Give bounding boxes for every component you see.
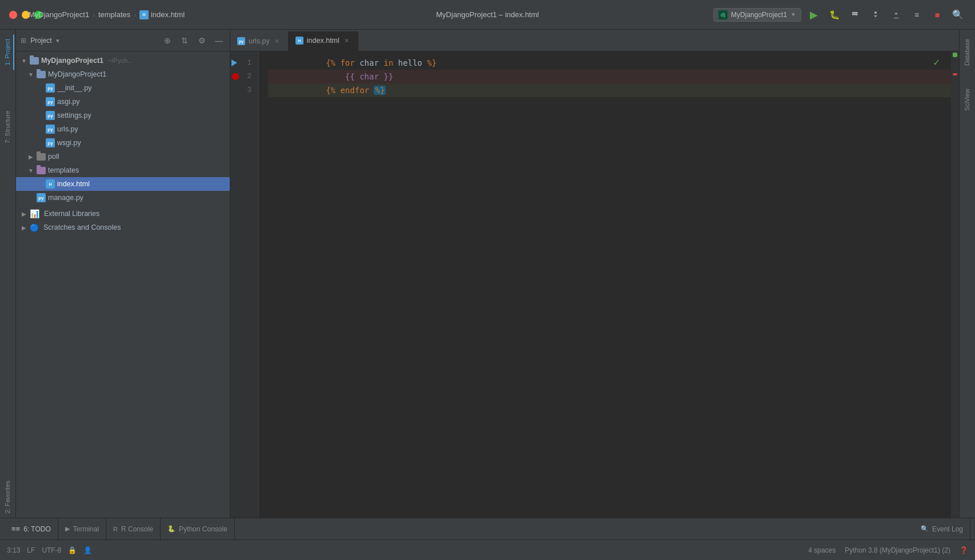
- tree-arrow-init: [37, 85, 43, 91]
- sidebar-item-structure[interactable]: 7: Structure: [2, 106, 14, 148]
- tree-item-poll[interactable]: poll: [16, 150, 230, 163]
- status-item-linesep[interactable]: LF: [27, 546, 35, 554]
- chevron-down-icon: ▼: [790, 11, 796, 18]
- panel-settings-button[interactable]: ⚙: [195, 34, 208, 47]
- tree-label-index-html: index.html: [57, 180, 90, 188]
- tree-item-templates[interactable]: templates: [16, 163, 230, 177]
- step-out-button[interactable]: [888, 7, 904, 23]
- sidebar-item-project[interactable]: 1: Project: [2, 34, 14, 70]
- stop-button[interactable]: ■: [929, 7, 945, 23]
- tree-item-manage[interactable]: py manage.py: [16, 191, 230, 205]
- breadcrumb-sep-1: ›: [93, 11, 95, 18]
- html-icon-index: H: [46, 179, 55, 189]
- sidebar-item-sciview[interactable]: SciView: [961, 84, 974, 115]
- gutter-left: [259, 51, 261, 518]
- tree-item-settings[interactable]: py settings.py: [16, 109, 230, 122]
- status-bar-right: 4 spaces Python 3.8 (MyDjangoProject1) (…: [808, 546, 968, 554]
- project-selector[interactable]: dj MyDjangoProject1 ▼: [713, 8, 801, 22]
- left-side-tabs: 1: Project 7: Structure 2: Favorites: [0, 30, 16, 518]
- token-3-4: %}: [374, 86, 386, 95]
- tree-arrow-poll: [27, 153, 34, 160]
- breadcrumb-templates[interactable]: templates: [98, 10, 130, 19]
- tree-item-root[interactable]: MyDjangoProject1 ~/Pych...: [16, 54, 230, 67]
- tree-label-asgi: asgi.py: [57, 98, 80, 106]
- window-title: MyDjangoProject1 – index.html: [436, 10, 539, 19]
- code-editor[interactable]: 1 2 3: [230, 51, 959, 518]
- tab-index-html[interactable]: H index.html ✕: [289, 31, 358, 51]
- status-item-user[interactable]: 👤: [83, 546, 92, 554]
- bottom-tab-terminal[interactable]: ▶ Terminal: [58, 518, 106, 540]
- search-button[interactable]: 🔍: [950, 7, 966, 23]
- tree-item-index-html[interactable]: H index.html: [16, 177, 230, 191]
- tree-item-asgi[interactable]: py asgi.py: [16, 95, 230, 109]
- tree-item-init[interactable]: py __init__.py: [16, 81, 230, 95]
- status-item-indent[interactable]: 4 spaces: [808, 546, 836, 554]
- chart-icon: 📊: [30, 209, 39, 218]
- tree-label-poll: poll: [48, 153, 59, 161]
- main-layout: 1: Project 7: Structure 2: Favorites ⊞ P…: [0, 30, 975, 518]
- sidebar-item-favorites[interactable]: 2: Favorites: [2, 476, 14, 518]
- panel-add-button[interactable]: ⊕: [161, 34, 174, 47]
- panel-scroll-button[interactable]: ⇅: [178, 34, 191, 47]
- tree-arrow-manage: [27, 194, 34, 201]
- bottom-tab-todo[interactable]: ≡≡ 6: TODO: [5, 518, 58, 540]
- tree-item-ext-libs[interactable]: 📊 External Libraries: [16, 207, 230, 221]
- code-line-1: {% for char in hello %} ✓: [268, 56, 951, 70]
- breadcrumb-project[interactable]: MyDjangoProject1: [29, 10, 89, 19]
- bookmark-icon-line1: [231, 59, 237, 66]
- run-button[interactable]: ▶: [806, 7, 822, 23]
- status-position: 3:13: [7, 546, 20, 554]
- tree-label-settings: settings.py: [57, 111, 91, 119]
- sidebar-item-database[interactable]: Database: [961, 34, 974, 70]
- rconsole-icon: R: [113, 526, 118, 533]
- bottom-tab-python-console-label: Python Console: [179, 525, 227, 533]
- status-item-encoding[interactable]: UTF-8: [42, 546, 61, 554]
- token-1-1: {%: [326, 58, 335, 67]
- status-linesep: LF: [27, 546, 35, 554]
- tree-label-templates: templates: [48, 166, 79, 174]
- bottom-tab-rconsole[interactable]: R R Console: [106, 518, 161, 540]
- status-encoding: UTF-8: [42, 546, 61, 554]
- status-indent: 4 spaces: [808, 546, 836, 554]
- debug-button[interactable]: 🐛: [826, 7, 842, 23]
- lock-icon: 🔒: [68, 546, 77, 554]
- tree-arrow-root: [21, 57, 27, 64]
- token-1-5: hello: [393, 58, 422, 67]
- event-log-button[interactable]: 🔍 Event Log: [914, 518, 970, 540]
- py-icon-wsgi: py: [46, 138, 55, 147]
- tab-close-index-html[interactable]: ✕: [343, 37, 351, 45]
- line-numbers: 1 2 3: [230, 51, 259, 518]
- code-content[interactable]: {% for char in hello %} ✓ {{ char }} {% …: [259, 51, 951, 518]
- step-over-button[interactable]: [847, 7, 863, 23]
- step-into-button[interactable]: [868, 7, 884, 23]
- panel-minimize-button[interactable]: —: [213, 34, 225, 47]
- tree-label-inner: MyDjangoProject1: [48, 70, 106, 78]
- breadcrumb: MyDjangoProject1 › templates › H index.h…: [29, 10, 185, 19]
- status-item-interpreter[interactable]: Python 3.8 (MyDjangoProject1) (2): [845, 546, 950, 554]
- py-icon-init: py: [46, 83, 55, 93]
- scratches-icon: 🔵: [30, 223, 39, 232]
- tree-label-manage: manage.py: [48, 194, 83, 202]
- tree-label-ext-libs: External Libraries: [44, 210, 99, 218]
- breadcrumb-file[interactable]: H index.html: [139, 10, 185, 19]
- tab-html-icon-index: H: [295, 37, 303, 45]
- tab-close-urls-py[interactable]: ✕: [273, 37, 281, 45]
- folder-icon-root: [30, 57, 39, 65]
- py-icon-manage: py: [37, 193, 46, 202]
- tree-item-urls[interactable]: py urls.py: [16, 122, 230, 136]
- status-item-help[interactable]: ❓: [960, 546, 968, 554]
- close-button[interactable]: [9, 11, 17, 19]
- tab-bar: py urls.py ✕ H index.html ✕: [230, 30, 959, 51]
- django-icon: dj: [718, 10, 728, 19]
- tree-item-inner[interactable]: MyDjangoProject1: [16, 67, 230, 81]
- status-item-position[interactable]: 3:13: [7, 546, 20, 554]
- status-item-lock[interactable]: 🔒: [68, 546, 77, 554]
- tree-item-wsgi[interactable]: py wsgi.py: [16, 136, 230, 150]
- tree-item-scratches[interactable]: 🔵 Scratches and Consoles: [16, 221, 230, 234]
- tab-label-urls-py: urls.py: [249, 37, 270, 45]
- run-config-button[interactable]: ≡: [909, 7, 925, 23]
- terminal-icon: ▶: [65, 525, 70, 533]
- tab-urls-py[interactable]: py urls.py ✕: [230, 31, 289, 51]
- bottom-tab-terminal-label: Terminal: [73, 525, 99, 533]
- bottom-tab-python-console[interactable]: 🐍 Python Console: [161, 518, 235, 540]
